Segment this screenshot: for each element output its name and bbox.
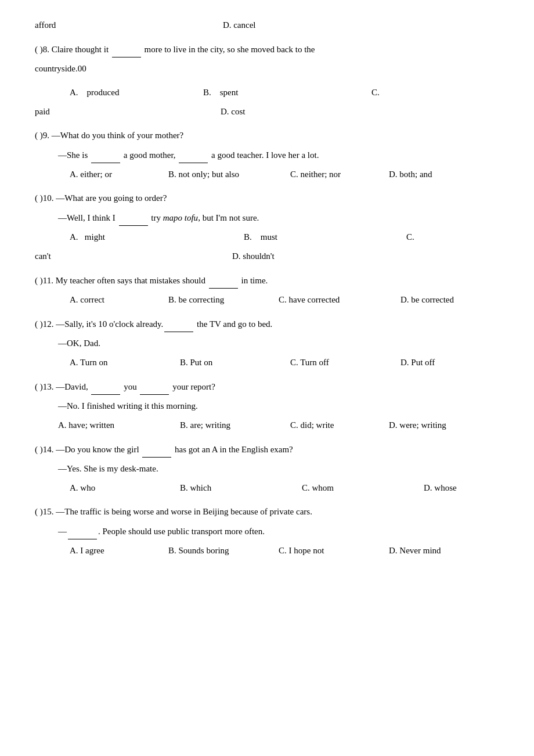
q14-options: A. who B. which C. whom D. whose: [35, 480, 499, 496]
q10-options-row1: A. might B. must C.: [35, 229, 499, 245]
q13-optB: B. are; writing: [180, 417, 284, 433]
q13-reply: —No. I finished writing it this morning.: [58, 401, 198, 411]
q11-text: ( )11. My teacher often says that mistak…: [35, 276, 208, 285]
q12-text: ( )12. —Sally, it's 10 o'clock already.: [35, 319, 163, 329]
line-afford: afford D. cancel: [35, 17, 499, 33]
q15-end: . People should use public transport mor…: [98, 527, 265, 536]
q10-options-row2: can't D. shouldn't: [35, 249, 499, 264]
question-9-line2: —She is a good mother, a good teacher. I…: [35, 147, 499, 163]
q10-optA: A. might: [70, 229, 244, 245]
q13-options: A. have; written B. are; writing C. did;…: [35, 417, 499, 433]
q14-optC: C. whom: [302, 480, 418, 496]
q10-prefix: ( )10. —What are you going to order?: [35, 193, 167, 203]
q15-optB: B. Sounds boring: [168, 543, 273, 559]
q14-optA: A. who: [70, 480, 174, 496]
q13-blank1: [91, 379, 120, 395]
q8-optD: D. cost: [221, 104, 246, 120]
q9-optA: A. either; or: [70, 167, 163, 182]
q15-blank: [68, 523, 97, 539]
q13-optC: C. did; write: [290, 417, 383, 433]
q11-optD: D. be corrected: [400, 292, 454, 308]
q12-options: A. Turn on B. Put on C. Turn off D. Put …: [35, 355, 499, 370]
q11-optB: B. be correcting: [168, 292, 273, 308]
q13-end: your report?: [170, 382, 215, 391]
q14-optB: B. which: [180, 480, 296, 496]
q8-blank: [112, 41, 141, 57]
q8-prefix: ( )8. Claire thought it: [35, 45, 111, 54]
q9-blank2: [179, 147, 208, 163]
q8-options-row1: A. produced B. spent C.: [35, 85, 499, 100]
q14-text: ( )14. —Do you know the girl: [35, 445, 141, 454]
q9-end: a good teacher. I love her a lot.: [209, 150, 319, 160]
question-14-line1: ( )14. —Do you know the girl has got an …: [35, 441, 499, 458]
q13-mid: you: [121, 382, 139, 391]
q9-prefix: ( )9. —What do you think of your mother?: [35, 131, 183, 140]
q11-options: A. correct B. be correcting C. have corr…: [35, 292, 499, 308]
q11-end: in time.: [239, 276, 268, 285]
q14-end: has got an A in the English exam?: [172, 445, 293, 454]
q14-optD: D. whose: [424, 480, 457, 496]
q10-mid: try: [149, 213, 163, 222]
question-11-line1: ( )11. My teacher often says that mistak…: [35, 272, 499, 289]
q12-optD: D. Put off: [400, 355, 435, 370]
q9-options: A. either; or B. not only; but also C. n…: [35, 167, 499, 182]
question-14-line2: —Yes. She is my desk-mate.: [35, 461, 499, 477]
question-8-line2: countryside.00: [35, 61, 499, 77]
question-13-line1: ( )13. —David, you your report?: [35, 379, 499, 395]
q8-text2: countryside.00: [35, 64, 86, 73]
question-12-line1: ( )12. —Sally, it's 10 o'clock already. …: [35, 316, 499, 332]
question-9-line1: ( )9. —What do you think of your mother?: [35, 128, 499, 143]
q9-text2: —She is: [58, 150, 90, 160]
question-15-line1: ( )15. —The traffic is being worse and w…: [35, 504, 499, 520]
q9-mid: a good mother,: [121, 150, 178, 160]
q12-reply: —OK, Dad.: [58, 339, 100, 348]
q8-paid: paid: [35, 104, 221, 120]
question-10-line1: ( )10. —What are you going to order?: [35, 190, 499, 206]
q13-optA: A. have; written: [58, 417, 174, 433]
q10-optD: D. shouldn't: [232, 249, 275, 264]
q8-optB: B. spent: [203, 85, 366, 100]
q15-options: A. I agree B. Sounds boring C. I hope no…: [35, 543, 499, 559]
q15-optC: C. I hope not: [279, 543, 383, 559]
q15-text: ( )15. —The traffic is being worse and w…: [35, 507, 312, 516]
q15-dash: —: [58, 527, 67, 536]
q10-end: , but I'm not sure.: [198, 213, 259, 222]
q8-text: more to live in the city, so she moved b…: [142, 45, 315, 54]
q9-optB: B. not only; but also: [168, 167, 284, 182]
page-content: afford D. cancel ( )8. Claire thought it…: [35, 17, 499, 559]
q14-reply: —Yes. She is my desk-mate.: [58, 464, 158, 473]
q10-cant: can't: [35, 249, 232, 264]
q12-blank: [164, 316, 193, 332]
q9-optD: D. both; and: [389, 167, 432, 182]
q15-optA: A. I agree: [70, 543, 163, 559]
q10-blank: [119, 210, 148, 226]
q14-blank: [142, 441, 171, 458]
question-15-line2: — . People should use public transport m…: [35, 523, 499, 539]
q12-optB: B. Put on: [180, 355, 284, 370]
question-10-line2: —Well, I think I try mapo tofu, but I'm …: [35, 210, 499, 226]
question-13-line2: —No. I finished writing it this morning.: [35, 398, 499, 414]
q10-italic: mapo tofu: [163, 213, 198, 222]
q11-optA: A. correct: [70, 292, 163, 308]
q10-optC-label: C.: [406, 229, 414, 245]
q10-optB: B. must: [244, 229, 406, 245]
q12-optC: C. Turn off: [290, 355, 395, 370]
q11-blank: [209, 272, 238, 289]
q8-optA: A. produced: [70, 85, 197, 100]
question-12-line2: —OK, Dad.: [35, 336, 499, 351]
q13-blank2: [140, 379, 169, 395]
question-8-line1: ( )8. Claire thought it more to live in …: [35, 41, 499, 57]
q9-optC: C. neither; nor: [290, 167, 383, 182]
q10-text2: —Well, I think I: [58, 213, 118, 222]
q8-options-row2: paid D. cost: [35, 104, 499, 120]
q15-optD: D. Never mind: [389, 543, 441, 559]
q11-optC: C. have corrected: [279, 292, 395, 308]
q13-text: ( )13. —David,: [35, 382, 90, 391]
q12-end: the TV and go to bed.: [194, 319, 272, 329]
q12-optA: A. Turn on: [70, 355, 174, 370]
q9-blank1: [91, 147, 120, 163]
q8-optC-label: C.: [371, 85, 380, 100]
text-d-cancel: D. cancel: [223, 20, 256, 30]
text-afford: afford: [35, 20, 56, 30]
q13-optD: D. were; writing: [389, 417, 446, 433]
